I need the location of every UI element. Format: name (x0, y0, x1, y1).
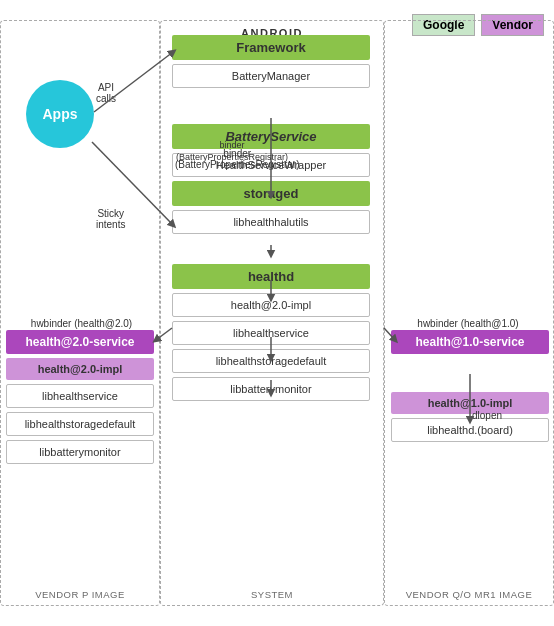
health-1-service-bar: health@1.0-service (391, 330, 549, 354)
binder-text: binder(BatteryPropertiesRegistrar) (176, 140, 288, 163)
diagram: Google Vendor VENDOR P IMAGE ANDROID SYS… (0, 0, 554, 626)
apps-circle: Apps (26, 80, 94, 148)
sticky-intents-label: Stickyintents (96, 208, 125, 230)
libhealthhalutils-box: libhealthhalutils (172, 210, 370, 234)
libhealthstoragedefault-p-box: libhealthstoragedefault (6, 412, 154, 436)
health-2-impl-box: health@2.0-impl (6, 358, 154, 380)
vendor-p-label: VENDOR P IMAGE (1, 589, 159, 600)
libbatterymonitor-p-box: libbatterymonitor (6, 440, 154, 464)
vendor-p-blocks: health@2.0-service health@2.0-impl libhe… (6, 330, 154, 464)
health-2-service-bar: health@2.0-service (6, 330, 154, 354)
vendor-qo-column: VENDOR Q/O MR1 IMAGE (384, 20, 554, 606)
battery-manager-box: BatteryManager (172, 64, 370, 88)
dlopen-label: dlopen (472, 410, 502, 421)
android-blocks: Framework BatteryManager BatteryService … (172, 35, 370, 401)
vendor-qo-blocks: health@1.0-service health@1.0-impl libhe… (391, 330, 549, 442)
hwbinder-right-label: hwbinder (health@1.0) (384, 318, 552, 329)
api-calls-label: APIcalls (96, 82, 116, 104)
libhealthstoragedefault-mid-box: libhealthstoragedefault (172, 349, 370, 373)
health-impl-mid-box: health@2.0-impl (172, 293, 370, 317)
libhealthservice-p-box: libhealthservice (6, 384, 154, 408)
libhealthservice-mid-box: libhealthservice (172, 321, 370, 345)
system-label: SYSTEM (161, 589, 383, 600)
storaged-bar: storaged (172, 181, 370, 206)
framework-bar: Framework (172, 35, 370, 60)
vendor-qo-label: VENDOR Q/O MR1 IMAGE (385, 589, 553, 600)
hwbinder-left-label: hwbinder (health@2.0) (4, 318, 159, 329)
libbatterymonitor-mid-box: libbatterymonitor (172, 377, 370, 401)
healthd-bar: healthd (172, 264, 370, 289)
health-1-impl-box: health@1.0-impl (391, 392, 549, 414)
libhealthd-board-box: libhealthd.(board) (391, 418, 549, 442)
apps-label: Apps (43, 106, 78, 122)
